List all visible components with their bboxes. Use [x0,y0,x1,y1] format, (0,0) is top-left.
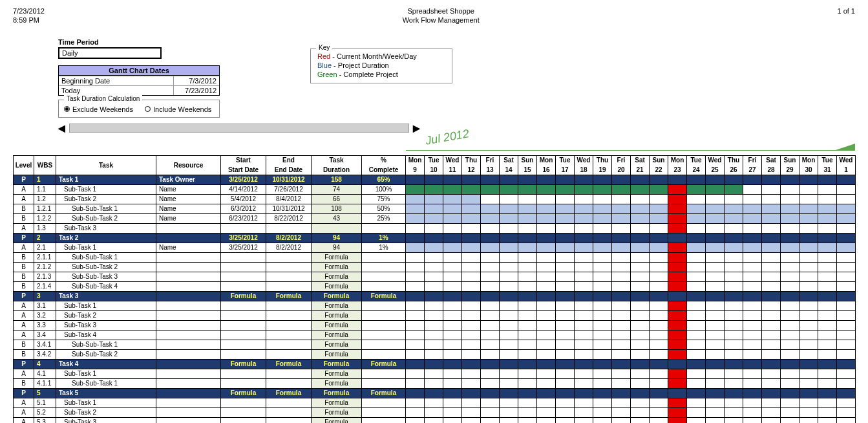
gantt-cell [762,252,781,262]
gantt-cell [650,252,668,262]
day-num: 31 [818,165,837,175]
gantt-cell [537,359,556,369]
gantt-cell [631,262,650,272]
gantt-cell [762,213,781,223]
scrollbar-track[interactable] [69,124,409,133]
gantt-cell [593,243,612,252]
gantt-cell [575,204,593,213]
table-row[interactable]: P3Task 3FormulaFormulaFormulaFormula [14,291,856,301]
day-num: 13 [481,165,500,175]
gantt-cell [612,349,631,359]
gantt-cell [837,243,856,252]
time-period-select[interactable]: Daily [58,47,162,59]
table-row[interactable]: A3.2Sub-Task 2Formula [14,310,856,320]
gantt-cell [593,204,612,213]
key-green: Green [317,70,337,78]
gantt-cell [612,369,631,378]
gantt-cell [762,301,781,310]
table-row[interactable]: A1.2Sub-Task 2Name5/4/20128/4/20126675% [14,194,856,204]
gantt-cell [650,223,668,233]
table-row[interactable]: B3.4.1Sub-Sub-Task 1Formula [14,340,856,349]
task-duration-legend: Task Duration Calculation [64,95,142,102]
table-row[interactable]: B3.4.2Sub-Sub-Task 2Formula [14,349,856,359]
gantt-cell [668,407,687,417]
gantt-cell [631,369,650,378]
gantt-cell [425,184,443,194]
gantt-cell [481,407,500,417]
gantt-cell [593,369,612,378]
table-row[interactable]: A4.1Sub-Task 1Formula [14,369,856,378]
col-level: Level [14,155,34,175]
table-row[interactable]: A3.4Sub-Task 4Formula [14,330,856,340]
beginning-date-label: Beginning Date [59,76,174,85]
day-dow: Tue [425,155,443,165]
gantt-cell [462,398,481,407]
today-value[interactable]: 7/23/2012 [174,86,219,95]
gantt-cell [762,388,781,398]
table-row[interactable]: A3.1Sub-Task 1Formula [14,301,856,310]
table-row[interactable]: B2.1.2Sub-Sub-Task 2Formula [14,262,856,272]
gantt-cell [575,398,593,407]
beginning-date-value[interactable]: 7/3/2012 [174,76,219,85]
gantt-cell [575,349,593,359]
scroll-right-icon[interactable]: ▶ [413,123,420,133]
gantt-cell [556,310,575,320]
gantt-cell [500,223,518,233]
gantt-dates-header: Gantt Chart Dates [59,66,219,76]
table-row[interactable]: A1.3Sub-Task 3 [14,223,856,233]
gantt-cell [556,407,575,417]
gantt-cell [612,213,631,223]
table-row[interactable]: A5.3Sub-Task 3Formula [14,417,856,423]
gantt-cell [631,388,650,398]
gantt-cell [537,417,556,423]
table-row[interactable]: A5.2Sub-Task 2Formula [14,407,856,417]
gantt-cell [462,291,481,301]
gantt-cell [481,398,500,407]
gantt-cell [799,378,818,388]
gantt-cell [668,369,687,378]
gantt-cell [687,349,706,359]
gantt-cell [612,184,631,194]
table-row[interactable]: A2.1Sub-Task 1Name3/25/20128/2/2012941% [14,243,856,252]
include-weekends-radio[interactable]: Include Weekends [145,105,211,113]
gantt-cell [425,301,443,310]
table-row[interactable]: A3.3Sub-Task 3Formula [14,320,856,330]
gantt-cell [425,291,443,301]
gantt-cell [762,320,781,330]
scroll-left-icon[interactable]: ◀ [58,123,65,133]
table-row[interactable]: P5Task 5FormulaFormulaFormulaFormula [14,388,856,398]
gantt-cell [425,272,443,281]
gantt-cell [518,310,537,320]
table-row[interactable]: P2Task 23/25/20128/2/2012941% [14,233,856,243]
gantt-cell [500,340,518,349]
gantt-cell [556,204,575,213]
table-row[interactable]: P4Task 4FormulaFormulaFormulaFormula [14,359,856,369]
gantt-cell [406,194,425,204]
gantt-cell [462,310,481,320]
table-row[interactable]: A1.1Sub-Task 1Name4/14/20127/26/20127410… [14,184,856,194]
gantt-cell [406,252,425,262]
gantt-cell [518,272,537,281]
gantt-cell [781,359,799,369]
table-row[interactable]: B2.1.3Sub-Sub-Task 3Formula [14,272,856,281]
table-row[interactable]: B2.1.4Sub-Sub-Task 4Formula [14,281,856,291]
gantt-cell [668,388,687,398]
table-row[interactable]: A5.1Sub-Task 1Formula [14,398,856,407]
gantt-cell [837,223,856,233]
month-wedge-icon [836,144,855,150]
exclude-weekends-radio[interactable]: Exclude Weekends [64,105,133,113]
gantt-cell [575,281,593,291]
gantt-cell [668,233,687,243]
gantt-cell [425,417,443,423]
table-row[interactable]: P1Task 1Task Owner3/25/201210/31/2012158… [14,175,856,184]
gantt-cell [650,369,668,378]
table-row[interactable]: B1.2.2Sub-Sub-Task 2Name6/23/20128/22/20… [14,213,856,223]
table-row[interactable]: B2.1.1Sub-Sub-Task 1Formula [14,252,856,262]
gantt-cell [500,291,518,301]
gantt-cell [706,398,725,407]
table-row[interactable]: B4.1.1Sub-Sub-Task 1Formula [14,378,856,388]
table-row[interactable]: B1.2.1Sub-Sub-Task 1Name6/3/201210/31/20… [14,204,856,213]
gantt-cell [556,272,575,281]
gantt-cell [650,194,668,204]
key-blue: Blue [317,61,332,69]
